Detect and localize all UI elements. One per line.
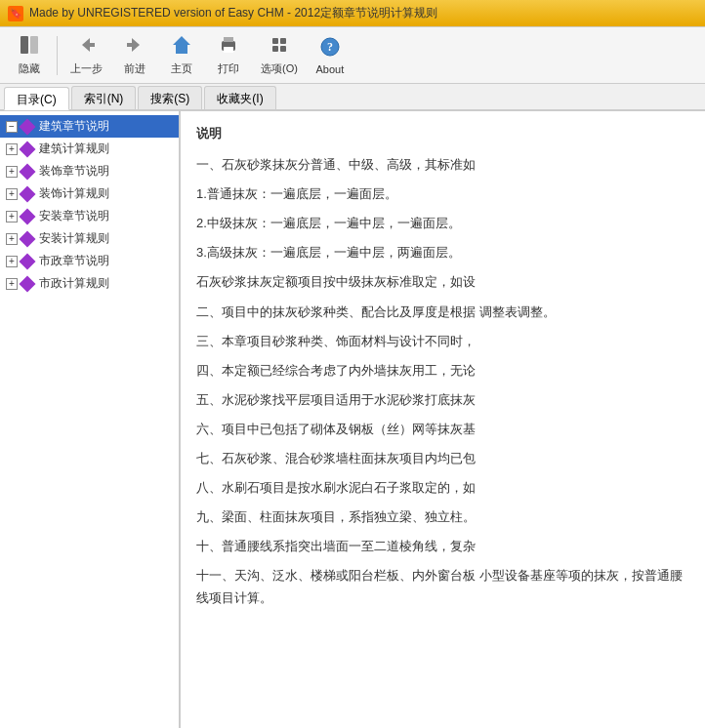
- tree-expand-icon[interactable]: +: [6, 211, 18, 222]
- svg-text:?: ?: [327, 40, 333, 54]
- tree-item-4[interactable]: +装饰计算规则: [0, 182, 179, 205]
- content-paragraph-11: 七、石灰砂浆、混合砂浆墙柱面抹灰项目内均已包: [196, 448, 689, 469]
- tree-item-label: 建筑章节说明: [39, 118, 109, 135]
- content-paragraph-1: 一、石灰砂浆抹灰分普通、中级、高级，其标准如: [196, 154, 689, 176]
- toolbar-about-button[interactable]: ?About: [309, 31, 352, 80]
- print-icon: [218, 34, 239, 60]
- title-bar: 🔖 Made by UNREGISTERED version of Easy C…: [0, 0, 705, 27]
- window-title: Made by UNREGISTERED version of Easy CHM…: [29, 5, 437, 21]
- content-paragraph-5: 石灰砂浆抹灰定额项目按中级抹灰标准取定，如设: [196, 271, 689, 293]
- about-icon: ?: [319, 36, 341, 61]
- tree-item-label: 安装计算规则: [39, 230, 109, 247]
- right-panel: 说明一、石灰砂浆抹灰分普通、中级、高级，其标准如1.普通抹灰：一遍底层，一遍面层…: [181, 111, 705, 728]
- app-icon: 🔖: [8, 6, 23, 21]
- back-icon: [76, 34, 98, 60]
- tree-item-icon: [20, 118, 36, 135]
- content-paragraph-15: 十一、天沟、泛水、楼梯或阳台栏板、内外窗台板 小型设备基座等项的抹灰，按普通腰线…: [196, 565, 689, 608]
- toolbar-separator: [57, 36, 58, 75]
- content-paragraph-0: 说明: [196, 123, 689, 144]
- tab-contents[interactable]: 目录(C): [4, 87, 69, 110]
- svg-rect-5: [127, 43, 133, 47]
- tab-bar: 目录(C)索引(N)搜索(S)收藏夹(I): [0, 84, 705, 111]
- toolbar-hide-button[interactable]: 隐藏: [8, 31, 51, 80]
- tree-expand-icon[interactable]: +: [6, 188, 18, 200]
- tree-expand-icon[interactable]: +: [6, 278, 18, 290]
- tree-item-label: 建筑计算规则: [39, 141, 109, 157]
- tree-item-icon: [20, 275, 36, 292]
- tree-expand-icon[interactable]: +: [6, 233, 18, 245]
- tree-item-label: 安装章节说明: [39, 208, 109, 224]
- tree-item-icon: [20, 253, 36, 269]
- content-paragraph-13: 九、梁面、柱面抹灰项目，系指独立梁、独立柱。: [196, 506, 689, 528]
- tree-item-6[interactable]: +安装计算规则: [0, 227, 179, 250]
- tab-favorites[interactable]: 收藏夹(I): [204, 86, 275, 109]
- tree-item-icon: [20, 208, 36, 224]
- tree-expand-icon[interactable]: +: [6, 166, 18, 178]
- left-panel: −建筑章节说明+建筑计算规则+装饰章节说明+装饰计算规则+安装章节说明+安装计算…: [0, 111, 181, 728]
- tree-item-8[interactable]: +市政计算规则: [0, 272, 179, 295]
- home-icon: [171, 34, 192, 60]
- tree-item-5[interactable]: +安装章节说明: [0, 205, 179, 227]
- svg-rect-3: [89, 43, 95, 47]
- tree-item-icon: [20, 230, 36, 247]
- svg-rect-9: [224, 37, 233, 42]
- options-icon: [269, 34, 290, 60]
- toolbar-options-button[interactable]: 选项(O): [254, 31, 305, 80]
- svg-rect-0: [21, 36, 28, 54]
- tab-index[interactable]: 索引(N): [71, 86, 137, 109]
- options-label: 选项(O): [261, 61, 298, 76]
- content-paragraph-9: 五、水泥砂浆找平层项目适用于水泥砂浆打底抹灰: [196, 389, 689, 411]
- forward-icon: [124, 34, 145, 60]
- tree-item-label: 装饰计算规则: [39, 185, 109, 202]
- main-area: −建筑章节说明+建筑计算规则+装饰章节说明+装饰计算规则+安装章节说明+安装计算…: [0, 111, 705, 728]
- content-paragraph-2: 1.普通抹灰：一遍底层，一遍面层。: [196, 183, 689, 205]
- home-label: 主页: [171, 61, 192, 76]
- content-paragraph-14: 十、普通腰线系指突出墙面一至二道棱角线，复杂: [196, 536, 689, 557]
- svg-marker-4: [132, 38, 140, 52]
- content-paragraph-6: 二、项目中的抹灰砂浆种类、配合比及厚度是根据 调整表调整。: [196, 302, 689, 323]
- toolbar-back-button[interactable]: 上一步: [63, 31, 109, 80]
- hide-label: 隐藏: [19, 61, 40, 76]
- content-paragraph-12: 八、水刷石项目是按水刷水泥白石子浆取定的，如: [196, 477, 689, 499]
- print-label: 打印: [218, 61, 239, 76]
- tree-item-7[interactable]: +市政章节说明: [0, 250, 179, 272]
- svg-rect-8: [224, 47, 233, 53]
- tree-item-1[interactable]: −建筑章节说明: [0, 115, 179, 138]
- tree-item-icon: [20, 163, 36, 180]
- tree-item-label: 装饰章节说明: [39, 163, 109, 180]
- toolbar-home-button[interactable]: 主页: [160, 31, 203, 80]
- tree-item-label: 市政计算规则: [39, 275, 109, 292]
- svg-rect-13: [280, 46, 286, 52]
- toolbar-print-button[interactable]: 打印: [207, 31, 250, 80]
- back-label: 上一步: [70, 61, 103, 76]
- toolbar: 隐藏上一步前进主页打印选项(O)?About: [0, 27, 705, 84]
- content-paragraph-8: 四、本定额已经综合考虑了内外墙抹灰用工，无论: [196, 360, 689, 382]
- tree-expand-icon[interactable]: +: [6, 256, 18, 267]
- content-paragraph-3: 2.中级抹灰：一遍底层，一遍中层，一遍面层。: [196, 213, 689, 234]
- tree-item-icon: [20, 141, 36, 157]
- content-paragraph-7: 三、本章项目砂浆种类、饰面材料与设计不同时，: [196, 331, 689, 352]
- svg-marker-6: [173, 36, 190, 54]
- toolbar-forward-button[interactable]: 前进: [113, 31, 156, 80]
- svg-rect-11: [280, 38, 286, 44]
- forward-label: 前进: [124, 61, 145, 76]
- tree-item-3[interactable]: +装饰章节说明: [0, 160, 179, 182]
- content-paragraph-4: 3.高级抹灰：一遍底层，一遍中层，两遍面层。: [196, 242, 689, 263]
- svg-rect-1: [30, 36, 38, 54]
- tree-expand-icon[interactable]: +: [6, 143, 18, 155]
- hide-icon: [19, 34, 40, 60]
- svg-rect-12: [272, 46, 278, 52]
- about-label: About: [316, 63, 345, 75]
- content-paragraph-10: 六、项目中已包括了砌体及钢板（丝）网等抹灰基: [196, 419, 689, 440]
- svg-marker-2: [82, 38, 90, 52]
- tree-item-label: 市政章节说明: [39, 253, 109, 269]
- tree-item-icon: [20, 185, 36, 202]
- tab-search[interactable]: 搜索(S): [138, 86, 202, 109]
- tree-expand-icon[interactable]: −: [6, 121, 18, 133]
- svg-rect-10: [272, 38, 278, 44]
- tree-item-2[interactable]: +建筑计算规则: [0, 138, 179, 160]
